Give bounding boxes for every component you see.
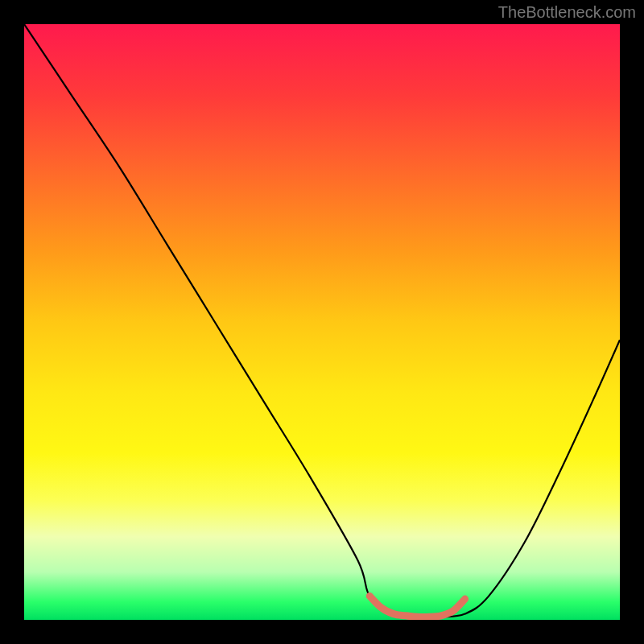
watermark-text: TheBottleneck.com [498,3,636,22]
chart-svg [24,24,620,620]
chart-plot-area [24,24,620,620]
curve-highlight [369,596,464,617]
curve-main [24,24,620,617]
